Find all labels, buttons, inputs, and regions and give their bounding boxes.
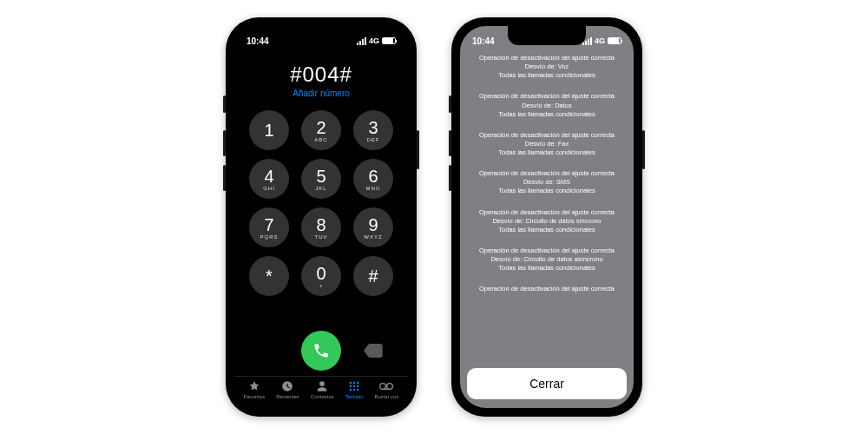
- backspace-icon: [364, 344, 383, 358]
- result-message: Operación de desactivación del ajuste co…: [465, 131, 628, 157]
- key-1[interactable]: 1: [249, 110, 289, 150]
- battery-icon: [608, 37, 621, 44]
- result-line: Operación de desactivación del ajuste co…: [465, 54, 628, 62]
- tab-label: Favoritos: [243, 394, 265, 399]
- svg-point-3: [350, 385, 352, 388]
- result-line: Todas las llamadas condicionales: [465, 71, 628, 80]
- result-line: Todas las llamadas condicionales: [465, 148, 628, 157]
- voicemail-icon: [379, 380, 393, 392]
- svg-point-2: [357, 382, 359, 385]
- result-body: Operación de desactivación del ajuste co…: [460, 50, 634, 368]
- status-time: 10:44: [247, 36, 269, 46]
- phone-dialer: 10:44 4G #004# Añadir número 12ABC3DEF4G…: [226, 17, 417, 417]
- status-time: 10:44: [472, 36, 495, 46]
- key-6[interactable]: 6MNO: [353, 159, 393, 199]
- tab-contacts[interactable]: Contactos: [311, 380, 334, 399]
- result-line: Operación de desactivación del ajuste co…: [465, 169, 628, 178]
- key-digit: 2: [316, 119, 326, 136]
- svg-point-9: [380, 384, 386, 390]
- keypad: 12ABC3DEF4GHI5JKL6MNO7PQRS8TUV9WXYZ*0+#: [234, 102, 408, 326]
- svg-point-1: [353, 382, 356, 385]
- svg-point-7: [353, 389, 356, 391]
- result-message: Operación de desactivación del ajuste co…: [465, 169, 628, 195]
- result-line: Todas las llamadas condicionales: [465, 110, 628, 119]
- svg-point-8: [357, 389, 359, 391]
- tab-voicemail[interactable]: Buzón voz: [374, 380, 398, 399]
- key-0[interactable]: 0+: [301, 256, 341, 296]
- close-button[interactable]: Cerrar: [467, 368, 627, 399]
- result-line: Desvío de: Circuito de datos asíncrono: [465, 255, 628, 264]
- key-digit: 6: [368, 168, 378, 185]
- network-label: 4G: [369, 36, 379, 45]
- key-digit: 0: [316, 265, 326, 282]
- svg-point-4: [353, 385, 356, 388]
- result-line: Desvío de: Circuito de datos síncrono: [465, 217, 628, 226]
- delete-button[interactable]: [363, 343, 384, 358]
- key-9[interactable]: 9WXYZ: [353, 207, 393, 247]
- key-#[interactable]: #: [353, 256, 393, 296]
- key-digit: 5: [316, 168, 326, 185]
- result-line: Operación de desactivación del ajuste co…: [465, 131, 628, 140]
- tab-bar: FavoritosRecientesContactosTecladoBuzón …: [234, 376, 408, 408]
- add-number-link[interactable]: Añadir número: [234, 89, 408, 98]
- key-8[interactable]: 8TUV: [301, 207, 341, 247]
- network-label: 4G: [595, 36, 605, 45]
- key-4[interactable]: 4GHI: [249, 159, 289, 199]
- key-digit: 7: [264, 216, 273, 233]
- result-line: Operación de desactivación del ajuste co…: [465, 247, 628, 255]
- key-letters: MNO: [366, 186, 381, 191]
- result-line: Desvío de: Datos: [465, 102, 628, 110]
- result-line: Todas las llamadas condicionales: [465, 226, 628, 234]
- svg-point-0: [350, 382, 352, 385]
- result-message: Operación de desactivación del ajuste co…: [465, 54, 628, 80]
- tab-keypad[interactable]: Teclado: [345, 380, 364, 399]
- result-message: Operación de desactivación del ajuste co…: [465, 92, 628, 118]
- recents-icon: [280, 380, 294, 392]
- phone-result: 10:44 4G Operación de desactivación del …: [451, 17, 642, 417]
- result-message: Operación de desactivación del ajuste co…: [465, 285, 628, 293]
- tab-label: Teclado: [345, 394, 364, 399]
- result-line: Desvío de: Voz: [465, 62, 628, 71]
- result-message: Operación de desactivación del ajuste co…: [465, 208, 628, 234]
- call-button[interactable]: [301, 331, 341, 371]
- key-digit: 3: [368, 119, 378, 136]
- tab-label: Buzón voz: [374, 394, 398, 399]
- key-letters: WXYZ: [364, 234, 382, 240]
- result-line: Todas las llamadas condicionales: [465, 187, 628, 195]
- result-line: Operación de desactivación del ajuste co…: [465, 285, 628, 293]
- dialed-number: #004#: [234, 62, 408, 87]
- key-digit: 9: [368, 216, 378, 233]
- key-letters: JKL: [315, 186, 326, 191]
- key-letters: DEF: [367, 137, 380, 142]
- tab-label: Recientes: [276, 394, 299, 399]
- key-3[interactable]: 3DEF: [353, 110, 393, 150]
- dial-display: #004# Añadir número: [234, 50, 408, 102]
- result-line: Desvío de: SMS: [465, 178, 628, 187]
- key-digit: 1: [264, 122, 273, 139]
- key-digit: 4: [264, 168, 273, 185]
- svg-point-6: [350, 389, 352, 391]
- tab-favorites[interactable]: Favoritos: [243, 380, 265, 399]
- result-line: Todas las llamadas condicionales: [465, 264, 628, 273]
- keypad-icon: [347, 380, 361, 392]
- result-message: Operación de desactivación del ajuste co…: [465, 247, 628, 273]
- key-5[interactable]: 5JKL: [301, 159, 341, 199]
- key-7[interactable]: 7PQRS: [249, 207, 289, 247]
- result-line: Desvío de: Fax: [465, 140, 628, 148]
- key-letters: +: [319, 283, 324, 288]
- svg-point-5: [357, 385, 359, 388]
- battery-icon: [382, 37, 396, 44]
- key-*[interactable]: *: [249, 256, 289, 296]
- key-letters: PQRS: [260, 234, 278, 240]
- key-2[interactable]: 2ABC: [301, 110, 341, 150]
- result-line: Operación de desactivación del ajuste co…: [465, 208, 628, 217]
- tab-label: Contactos: [311, 394, 334, 399]
- tab-recents[interactable]: Recientes: [276, 380, 299, 399]
- key-digit: *: [266, 267, 273, 285]
- key-letters: GHI: [263, 186, 275, 191]
- key-digit: 8: [316, 216, 326, 233]
- phone-icon: [312, 342, 330, 359]
- key-digit: #: [368, 267, 378, 285]
- result-line: Operación de desactivación del ajuste co…: [465, 92, 628, 101]
- contacts-icon: [315, 380, 329, 392]
